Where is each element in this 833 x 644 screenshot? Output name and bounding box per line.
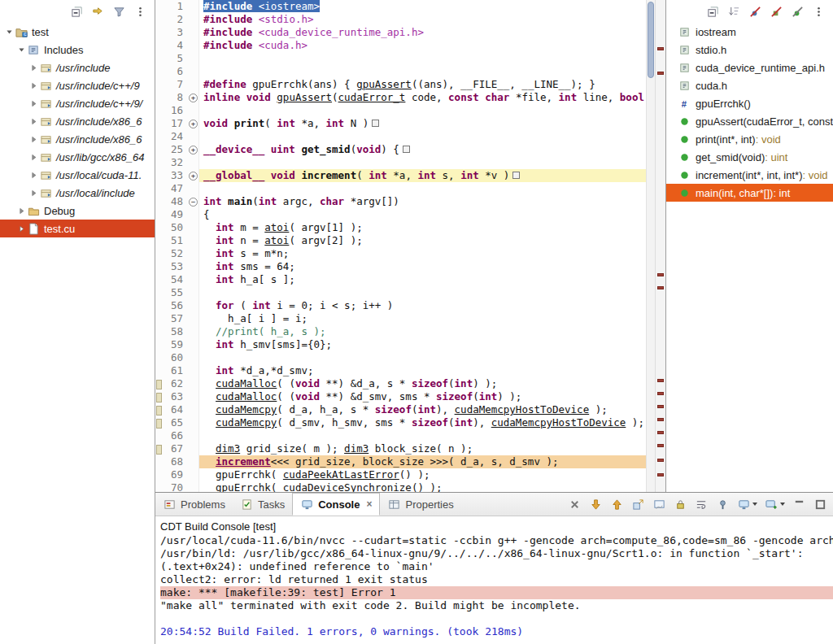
sort-icon[interactable] [727,5,741,19]
code-line-6[interactable]: 6 [155,65,665,78]
filter-icon[interactable] [112,5,126,19]
code-line-54[interactable]: 54 int h_a[ s ]; [155,273,665,286]
code-line-25[interactable]: 25+__device__ uint get_smid(void) { [155,143,665,156]
minimize-button[interactable] [792,498,806,511]
collapse-all-icon[interactable] [706,5,720,19]
twistie-collapsed-icon[interactable] [28,153,39,162]
tab-tasks[interactable]: Tasks [233,493,292,516]
code-line-56[interactable]: 56 for ( int i = 0; i < s; i++ ) [155,299,665,312]
code-line-59[interactable]: 59 int h_smv[sms]={0}; [155,338,665,351]
tree-item-test-cu[interactable]: Ctest.cu [0,220,155,237]
code-line-55[interactable]: 55 [155,286,665,299]
code-line-60[interactable]: 60 [155,351,665,364]
code-line-70[interactable]: 70 gpuErrchk( cudaDeviceSynchronize() ); [155,481,665,492]
problem-marker[interactable] [657,459,664,462]
display-console-button[interactable] [737,498,757,511]
scrollbar-thumb[interactable] [648,2,654,78]
problem-marker[interactable] [657,379,664,382]
code-line-32[interactable]: 32 [155,156,665,169]
code-line-50[interactable]: 50 int m = atoi( argv[1] ); [155,221,665,234]
collapse-all-icon[interactable] [70,5,84,19]
tree-item-includes[interactable]: Includes [0,41,155,59]
code-line-48[interactable]: 48−int main(int argc, char *argv[]) [155,195,665,208]
console-body[interactable]: CDT Build Console [test] /usr/local/cuda… [155,516,833,638]
code-line-5[interactable]: 5 [155,52,665,65]
code-line-52[interactable]: 52 int s = m*n; [155,247,665,260]
terminate-button[interactable] [568,498,582,511]
code-line-51[interactable]: 51 int n = atoi( argv[2] ); [155,234,665,247]
view-menu-icon[interactable] [812,5,826,19]
close-tab-icon[interactable]: × [366,498,372,510]
code-line-4[interactable]: 4#include <cuda.h> [155,39,665,52]
tree-item-test[interactable]: Ctest [0,23,155,41]
tree-item-usr-local-cuda-11[interactable]: /usr/local/cuda-11. [0,166,155,184]
twistie-collapsed-icon[interactable] [15,224,27,233]
tree-item-usr-include[interactable]: /usr/include [0,59,155,76]
link-editor-icon[interactable] [91,5,105,19]
code-line-57[interactable]: 57 h_a[ i ] = i; [155,312,665,325]
fold-expand-icon[interactable]: + [189,146,198,154]
outline-item-increment-int-int-int[interactable]: increment(int*, int, int*) : void [666,166,833,184]
code-line-62[interactable]: 62 cudaMalloc( (void **) &d_a, s * sizeo… [155,377,665,390]
outline-item-stdio-h[interactable]: stdio.h [666,41,833,59]
tab-properties[interactable]: Properties [380,493,460,516]
problem-marker[interactable] [657,473,664,476]
code-line-68[interactable]: 68 increment<<< grid_size, block_size >>… [155,455,665,468]
maximize-button[interactable] [813,498,827,511]
folded-region-icon[interactable] [512,172,520,179]
twistie-collapsed-icon[interactable] [15,207,27,215]
twistie-expanded-icon[interactable] [3,28,15,37]
problem-marker[interactable] [657,418,664,421]
outline-item-get-smid-void[interactable]: get_smid(void) : uint [666,148,833,166]
pin-console-button[interactable] [716,498,730,511]
twistie-collapsed-icon[interactable] [28,81,39,90]
problem-marker[interactable] [657,444,664,447]
problem-marker[interactable] [657,392,664,395]
code-line-47[interactable]: 47 [155,182,665,195]
code-line-53[interactable]: 53 int sms = 64; [155,260,665,273]
prev-error-button[interactable] [610,498,624,511]
code-line-2[interactable]: 2#include <stdio.h> [155,13,665,26]
twistie-collapsed-icon[interactable] [28,135,39,144]
tree-item-usr-lib-gcc-x86-64[interactable]: /usr/lib/gcc/x86_64 [0,148,155,166]
tree-item-usr-local-include[interactable]: /usr/local/include [0,184,155,202]
twistie-collapsed-icon[interactable] [28,63,39,72]
tree-item-usr-include-c-9[interactable]: /usr/include/c++/9 [0,76,155,94]
tree-item-debug[interactable]: Debug [0,202,155,220]
code-line-67[interactable]: 67 dim3 grid_size( m ); dim3 block_size(… [155,442,665,455]
outline-item-print-int-int[interactable]: print(int*, int) : void [666,130,833,148]
overview-ruler[interactable] [655,0,665,492]
outline-item-cuda-device-runtime-api-h[interactable]: cuda_device_runtime_api.h [666,59,833,76]
hide-fields-icon[interactable] [748,5,762,19]
editor-panel[interactable]: 1#include <iostream>2#include <stdio.h>3… [155,0,665,492]
fold-expand-icon[interactable]: + [189,172,198,181]
code-line-65[interactable]: 65 cudaMemcpy( d_smv, h_smv, sms * sizeo… [155,416,665,429]
outline-item-cuda-h[interactable]: cuda.h [666,76,833,94]
open-console-button[interactable] [765,498,785,511]
hide-static-icon[interactable] [770,5,783,19]
next-error-button[interactable] [589,498,603,511]
scroll-lock-button[interactable] [674,498,687,511]
twistie-expanded-icon[interactable] [15,46,27,54]
code-line-8[interactable]: 8+inline void gpuAssert(cudaError_t code… [155,91,665,104]
twistie-collapsed-icon[interactable] [28,99,39,108]
view-menu-icon[interactable] [133,5,147,19]
twistie-collapsed-icon[interactable] [28,189,39,198]
outline-item-main-int-char[interactable]: main(int, char*[]) : int [666,184,833,202]
hide-nonpublic-icon[interactable] [791,5,805,19]
tree-item-usr-include-x86-6[interactable]: /usr/include/x86_6 [0,112,155,130]
tree-item-usr-include-x86-6[interactable]: /usr/include/x86_6 [0,130,155,148]
code-line-66[interactable]: 66 [155,429,665,442]
show-error-button[interactable] [631,498,645,511]
outline-item-iostream[interactable]: iostream [666,23,833,41]
code-line-61[interactable]: 61 int *d_a,*d_smv; [155,364,665,377]
code-line-16[interactable]: 16 [155,104,665,117]
outline-item-gpuerrchk[interactable]: #gpuErrchk() [666,94,833,112]
folded-region-icon[interactable] [372,120,379,127]
folded-region-icon[interactable] [403,146,410,153]
code-line-7[interactable]: 7#define gpuErrchk(ans) { gpuAssert((ans… [155,78,665,91]
fold-expand-icon[interactable]: + [189,94,198,102]
dropdown-caret-icon[interactable] [780,503,785,506]
problem-marker[interactable] [657,47,664,50]
word-wrap-button[interactable] [695,498,709,511]
